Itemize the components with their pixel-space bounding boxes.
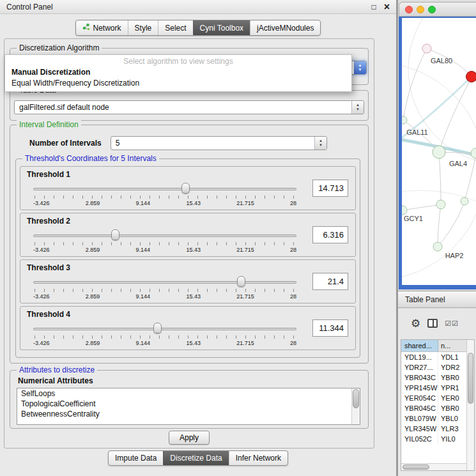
close-traffic-light-icon[interactable] (405, 6, 413, 13)
cell-name[interactable]: YDR2 (438, 362, 466, 372)
cell-shared-name[interactable]: YDL19... (401, 352, 438, 362)
dropdown-option-manual-discretization[interactable]: Manual Discretization (5, 67, 351, 78)
gear-icon[interactable]: ⚙ (411, 318, 420, 329)
table-row[interactable]: YBL079W YBL0 (401, 413, 466, 424)
minimize-traffic-light-icon[interactable] (417, 6, 424, 13)
cell-shared-name[interactable]: YBR043C (401, 372, 438, 383)
attributes-list-scrollbar[interactable] (351, 388, 360, 424)
zoom-traffic-light-icon[interactable] (428, 6, 436, 13)
cell-name[interactable]: YBR0 (438, 403, 466, 413)
tab-discretize-data[interactable]: Discretize Data (163, 451, 228, 465)
table-data-combobox[interactable]: galFiltered.sif default node ▲▼ (14, 100, 364, 114)
apply-button[interactable]: Apply (169, 431, 210, 445)
cell-name[interactable]: YBR0 (438, 372, 466, 383)
combo-stepper-icon[interactable]: ▲▼ (354, 61, 366, 74)
tab-style[interactable]: Style (128, 20, 158, 35)
network-node[interactable] (436, 200, 445, 209)
threshold-value-field[interactable]: 11.344 (312, 319, 348, 337)
cell-shared-name[interactable]: YBR045C (401, 403, 438, 413)
threshold-slider[interactable]: -3.426 2.859 9.144 15.43 21.715 28 (33, 275, 296, 302)
scale-tick-label: -3.426 (33, 200, 50, 206)
scale-tick-label: -3.426 (33, 247, 50, 253)
number-of-intervals-combobox[interactable]: 5 ▲▼ (111, 136, 327, 150)
network-node[interactable] (461, 197, 468, 205)
slider-track[interactable] (33, 188, 296, 190)
cell-shared-name[interactable]: YER054C (401, 393, 438, 403)
select-rows-icon[interactable]: ☑☑ (445, 319, 459, 328)
slider-thumb[interactable] (111, 229, 119, 240)
tab-infer-network[interactable]: Infer Network (229, 451, 288, 465)
attribute-list-item[interactable]: BetweennessCentrality (17, 409, 360, 419)
slider-thumb[interactable] (153, 323, 162, 334)
slider-scale: -3.426 2.859 9.144 15.43 21.715 28 (33, 200, 296, 206)
attribute-list-item[interactable]: TopologicalCoefficient (17, 399, 360, 409)
slider-track[interactable] (33, 234, 296, 237)
table-row[interactable]: YPR145W YPR1 (401, 383, 466, 393)
table-row[interactable]: YER054C YER0 (401, 393, 466, 403)
network-node-selected[interactable] (466, 72, 476, 82)
cell-name[interactable]: YBL0 (438, 413, 466, 424)
dropdown-option-equal-width-frequency[interactable]: Equal Width/Frequency Discretization (5, 78, 351, 89)
slider-track[interactable] (33, 328, 296, 330)
tab-impute-data[interactable]: Impute Data (109, 451, 163, 465)
network-node[interactable] (402, 116, 407, 124)
network-node[interactable] (422, 44, 431, 53)
cell-name[interactable]: YER0 (438, 393, 466, 403)
column-header-name[interactable]: n... (438, 340, 466, 351)
slider-thumb[interactable] (181, 183, 190, 194)
network-node[interactable] (433, 146, 445, 158)
table-header-row: shared... n... (401, 340, 466, 352)
cell-shared-name[interactable]: YDR27... (401, 362, 438, 372)
numerical-attributes-list[interactable]: SelfLoops TopologicalCoefficient Between… (17, 388, 360, 425)
cell-shared-name[interactable]: YIL052C (401, 434, 438, 444)
column-header-shared-name[interactable]: shared... (401, 340, 438, 351)
scrollbar-thumb[interactable] (403, 464, 429, 470)
slider-track[interactable] (33, 281, 296, 284)
columns-icon[interactable] (427, 319, 438, 328)
network-canvas[interactable]: GAL80 GAL11 GAL4 GCY1 HAP2 (402, 18, 476, 285)
cell-name[interactable]: YIL0 (438, 434, 466, 444)
cell-name[interactable]: YPR1 (438, 383, 466, 393)
tab-cyni-toolbox[interactable]: Cyni Toolbox (193, 20, 250, 35)
scale-tick-label: 28 (290, 247, 296, 253)
slider-thumb[interactable] (237, 276, 245, 287)
network-node[interactable] (433, 242, 442, 251)
tab-select[interactable]: Select (158, 20, 192, 35)
tab-jactivemnodules[interactable]: jActiveMNodules (250, 20, 320, 35)
table-row[interactable]: YDL19... YDL1 (401, 352, 466, 362)
table-row[interactable]: YBR045C YBR0 (401, 403, 466, 413)
threshold-slider[interactable]: -3.426 2.859 9.144 15.43 21.715 28 (33, 182, 296, 209)
node-table: shared... n... YDL19... YDL1 YDR27... YD… (401, 339, 475, 471)
cyni-toolbox-panel: Discretization Algorithm ▲▼ Select algor… (4, 38, 374, 449)
cell-shared-name[interactable]: YPR145W (401, 383, 438, 393)
network-view-frame: GAL80 GAL11 GAL4 GCY1 HAP2 (399, 17, 476, 289)
table-row[interactable]: YDR27... YDR2 (401, 362, 466, 372)
threshold-slider[interactable]: -3.426 2.859 9.144 15.43 21.715 28 (33, 229, 296, 256)
combo-stepper-icon[interactable]: ▲▼ (314, 137, 326, 150)
cell-name[interactable]: YLR3 (438, 424, 466, 434)
cell-shared-name[interactable]: YBL079W (401, 413, 438, 424)
threshold-slider[interactable]: -3.426 2.859 9.144 15.43 21.715 28 (33, 322, 296, 349)
combo-stepper-icon[interactable]: ▲▼ (351, 101, 364, 114)
network-node[interactable] (471, 148, 476, 158)
dropdown-placeholder-option[interactable]: Select algorithm to view settings (5, 55, 351, 67)
table-row[interactable]: YIL052C YIL0 (401, 434, 466, 444)
threshold-value-field[interactable]: 6.316 (312, 226, 348, 243)
threshold-value-field[interactable]: 21.4 (312, 273, 348, 290)
float-window-icon[interactable]: □ (371, 3, 376, 11)
threshold-value-field[interactable]: 14.713 (312, 180, 348, 197)
close-icon[interactable]: × (384, 2, 390, 12)
tab-network[interactable]: Network (76, 20, 128, 35)
scrollbar-thumb[interactable] (468, 353, 473, 404)
table-row[interactable]: YLR345W YLR3 (401, 424, 466, 434)
cell-name[interactable]: YDL1 (438, 352, 466, 362)
scrollbar-thumb[interactable] (353, 389, 359, 408)
table-vertical-scrollbar[interactable] (466, 340, 474, 470)
network-node[interactable] (402, 206, 407, 215)
cell-shared-name[interactable]: YLR345W (401, 424, 438, 434)
network-node-labels: GAL80 GAL11 GAL4 GCY1 HAP2 (404, 57, 467, 259)
attribute-list-item[interactable]: SelfLoops (17, 388, 360, 399)
table-row[interactable]: YBR043C YBR0 (401, 372, 466, 383)
scale-tick-label: 28 (290, 200, 296, 206)
table-horizontal-scrollbar[interactable] (401, 463, 466, 470)
